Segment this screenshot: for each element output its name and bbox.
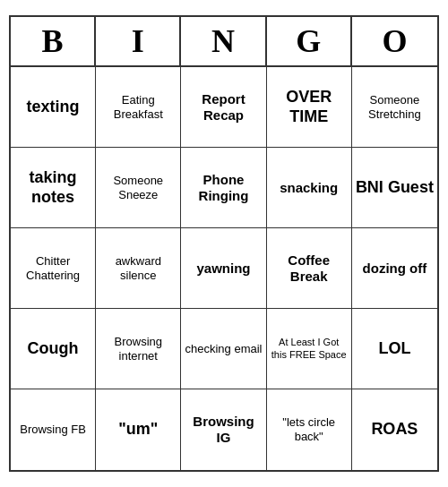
cell-24: "lets circle back" [267, 389, 352, 470]
cell-7: Someone Sneeze [96, 148, 181, 228]
cell-9: snacking [267, 148, 352, 228]
cell-1: texting [11, 67, 96, 148]
cell-25: ROAS [352, 389, 437, 470]
bingo-header: B I N G O [11, 17, 437, 67]
cell-14: Coffee Break [267, 228, 352, 309]
cell-16: Cough [11, 309, 96, 389]
cell-19-free: At Least I Got this FREE Space [267, 309, 352, 389]
header-i: I [96, 17, 181, 65]
cell-20: LOL [352, 309, 437, 389]
bingo-grid: texting Eating Breakfast Report Recap OV… [11, 67, 437, 470]
cell-21: Browsing FB [11, 389, 96, 470]
header-g: G [267, 17, 352, 65]
cell-13: yawning [181, 228, 266, 309]
cell-8: Phone Ringing [181, 148, 266, 228]
header-b: B [11, 17, 96, 65]
header-o: O [352, 17, 437, 65]
bingo-card: B I N G O texting Eating Breakfast Repor… [9, 15, 439, 472]
cell-22: "um" [96, 389, 181, 470]
cell-18: checking email [181, 309, 266, 389]
cell-10: BNI Guest [352, 148, 437, 228]
cell-6: taking notes [11, 148, 96, 228]
cell-12: awkward silence [96, 228, 181, 309]
cell-3: Report Recap [181, 67, 266, 148]
header-n: N [181, 17, 266, 65]
cell-4: OVER TIME [267, 67, 352, 148]
cell-11: Chitter Chattering [11, 228, 96, 309]
cell-2: Eating Breakfast [96, 67, 181, 148]
cell-23: Browsing IG [181, 389, 266, 470]
cell-17: Browsing internet [96, 309, 181, 389]
cell-15: dozing off [352, 228, 437, 309]
cell-5: Someone Stretching [352, 67, 437, 148]
